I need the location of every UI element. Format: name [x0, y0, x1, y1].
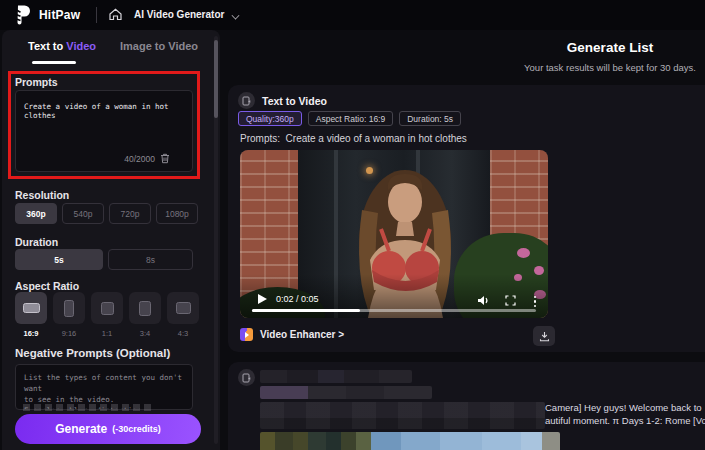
aspect-ratio-caption-1-1: 1:1: [91, 329, 123, 338]
video-enhancer-icon: [240, 328, 253, 341]
sidebar: Text to Video Image to Video Prompts Cre…: [2, 30, 220, 450]
card-prompts-line: Prompts: Create a video of a woman in ho…: [240, 133, 467, 144]
generate-button[interactable]: Generate (-30credits): [15, 414, 201, 444]
download-icon: [539, 331, 550, 342]
prompts-textarea[interactable]: Create a video of a woman in hot clothes…: [15, 90, 193, 172]
landscape-4-3-icon: [176, 302, 191, 314]
duration-option-5s[interactable]: 5s: [15, 249, 103, 270]
negative-prompts-label: Negative Prompts (Optional): [15, 347, 170, 359]
prompts-label: Prompts: [15, 76, 58, 88]
card-prompts-value: Create a video of a woman in hot clothes: [286, 133, 467, 144]
blurred-title-mosaic: [260, 370, 412, 383]
card2-prompt-visible-line2: autiful moment. π Days 1-2: Rome [Vo: [545, 415, 705, 426]
generate-button-credits: (-30credits): [112, 424, 161, 434]
prompts-value: Create a video of a woman in hot clothes: [24, 102, 169, 120]
text-to-video-badge: [238, 92, 255, 109]
aspect-ratio-tag: Aspect Ratio: 16:9: [308, 111, 393, 126]
aspect-ratio-option-4-3[interactable]: [167, 292, 199, 324]
aspect-ratio-option-16-9[interactable]: [15, 292, 47, 324]
prompts-char-counter: 40/2000: [124, 154, 155, 164]
text-to-video-badge-2: [238, 369, 255, 386]
trash-icon[interactable]: [160, 153, 170, 164]
tab-text-to-video-label: Text to: [28, 40, 66, 52]
retention-note: Your task results will be kept for 30 da…: [460, 62, 705, 73]
text-to-video-icon: [242, 373, 251, 383]
resolution-option-720p[interactable]: 720p: [109, 203, 151, 224]
brand-logo: HitPaw: [12, 4, 80, 25]
aspect-ratio-option-9-16[interactable]: [53, 292, 85, 324]
app-title-dropdown[interactable]: AI Video Generator: [134, 9, 224, 20]
resolution-option-540p[interactable]: 540p: [62, 203, 104, 224]
home-icon[interactable]: [108, 7, 123, 22]
resolution-label: Resolution: [15, 189, 69, 201]
more-vertical-icon[interactable]: [534, 296, 537, 308]
blurred-prompts-mosaic: [260, 402, 545, 429]
topbar-divider: [96, 7, 97, 23]
generate-list-item-2: Camera] Hey guys! Welcome back to autifu…: [228, 362, 705, 450]
tab-text-to-video[interactable]: Text to Video: [28, 40, 96, 52]
text-to-video-icon: [242, 96, 251, 106]
card2-prompt-visible-line1: Camera] Hey guys! Welcome back to: [545, 402, 702, 413]
active-tab-underline: [32, 61, 76, 64]
duration-label: Duration: [15, 236, 58, 248]
hitpaw-app-window: HitPaw AI Video Generator Text to Video …: [0, 0, 705, 450]
generate-list-item-1: Text to Video Quality:360p Aspect Ratio:…: [228, 85, 705, 352]
blurred-thumbnail-mosaic: [260, 432, 560, 450]
duration-option-8s[interactable]: 8s: [108, 249, 193, 270]
video-progress-bar[interactable]: [252, 309, 536, 312]
page-title: Generate List: [460, 40, 705, 55]
landscape-16-9-icon: [23, 303, 40, 313]
square-1-1-icon: [101, 302, 114, 315]
portrait-9-16-icon: [64, 300, 74, 317]
aspect-ratio-caption-3-4: 3:4: [129, 329, 161, 338]
blurred-tags-mosaic: [260, 386, 432, 399]
card-tags: Quality:360p Aspect Ratio: 16:9 Duration…: [238, 111, 461, 126]
aspect-ratio-label: Aspect Ratio: [15, 280, 79, 292]
generate-button-label: Generate: [55, 422, 107, 436]
video-player[interactable]: 0:02 / 0:05: [240, 150, 548, 318]
aspect-ratio-option-1-1[interactable]: [91, 292, 123, 324]
video-enhancer-label: Video Enhancer >: [260, 329, 344, 340]
volume-icon[interactable]: [477, 295, 490, 306]
duration-tag: Duration: 5s: [399, 111, 461, 126]
aspect-ratio-caption-9-16: 9:16: [53, 329, 85, 338]
aspect-ratio-option-3-4[interactable]: [129, 292, 161, 324]
brand-name: HitPaw: [39, 8, 80, 22]
quality-tag: Quality:360p: [238, 111, 302, 126]
sidebar-scrollbar-thumb[interactable]: [214, 40, 218, 118]
hitpaw-paw-icon: [12, 4, 32, 25]
aspect-ratio-caption-16-9: 16:9: [15, 329, 47, 338]
card-prompts-label: Prompts:: [240, 133, 280, 144]
chevron-down-icon[interactable]: [232, 12, 240, 20]
generate-list-header: Generate List Your task results will be …: [460, 40, 705, 73]
resolution-option-1080p[interactable]: 1080p: [156, 203, 198, 224]
fullscreen-icon[interactable]: [505, 295, 516, 306]
tab-image-to-video[interactable]: Image to Video: [120, 40, 198, 52]
flower-art: [517, 248, 530, 258]
play-icon[interactable]: [258, 294, 267, 304]
portrait-3-4-icon: [139, 301, 151, 316]
playback-time: 0:02 / 0:05: [276, 294, 319, 304]
topbar: HitPaw AI Video Generator: [0, 0, 705, 30]
download-button[interactable]: [533, 326, 555, 346]
video-progress-fill: [252, 309, 360, 312]
card-type-label: Text to Video: [262, 95, 327, 107]
negative-prompts-faded-line: [23, 404, 153, 411]
aspect-ratio-caption-4-3: 4:3: [167, 329, 199, 338]
tab-text-to-video-label-accent: Video: [66, 40, 96, 52]
video-enhancer-link[interactable]: Video Enhancer >: [240, 328, 344, 341]
resolution-option-360p[interactable]: 360p: [15, 203, 57, 224]
